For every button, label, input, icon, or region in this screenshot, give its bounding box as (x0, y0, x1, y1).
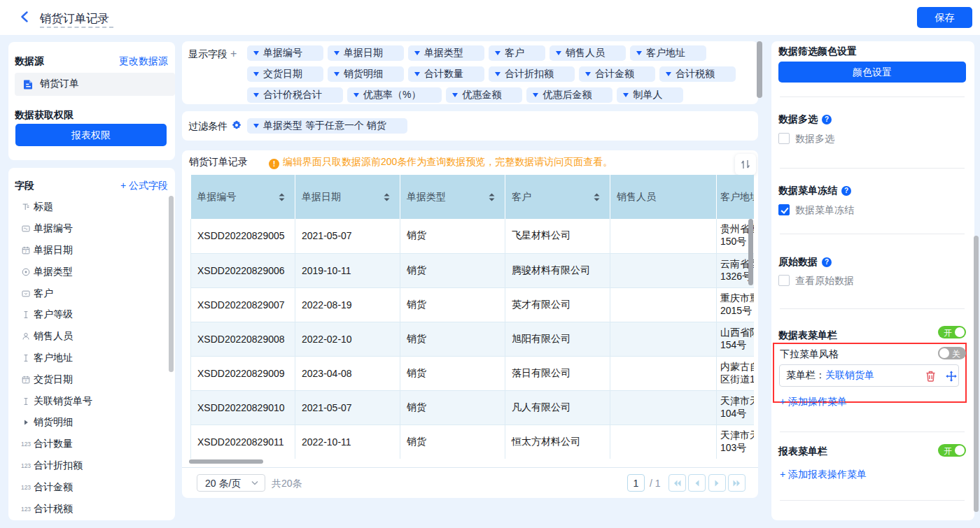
svg-text:7: 7 (24, 378, 27, 383)
svg-text:7: 7 (24, 250, 27, 254)
